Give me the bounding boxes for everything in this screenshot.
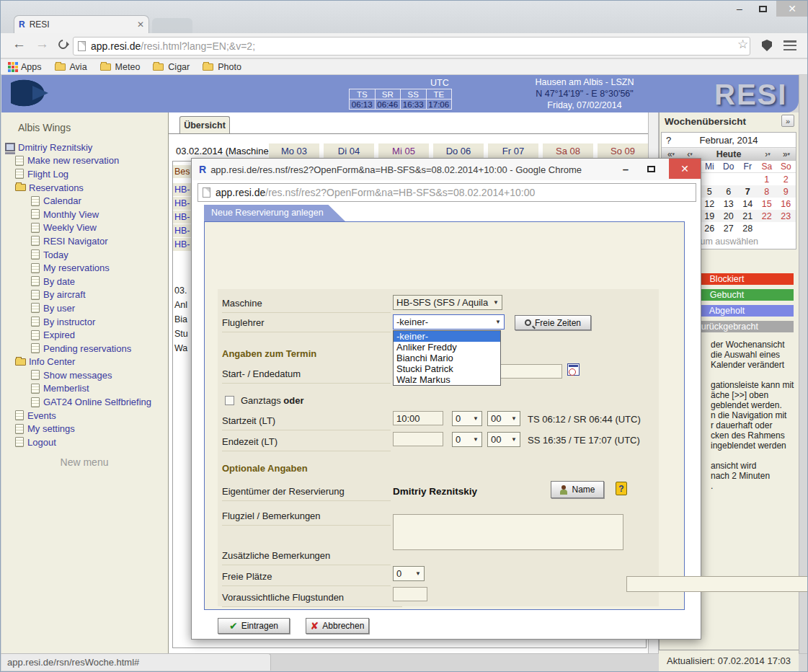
sidebar-item-info-center[interactable]: Info Center <box>5 355 167 369</box>
popup-maximize-button[interactable] <box>639 159 663 179</box>
startzeit-input[interactable] <box>393 411 443 425</box>
maschine-label: Maschine <box>222 298 391 313</box>
sidebar-item-pending-reservations[interactable]: Pending reservations <box>5 342 167 355</box>
ganztags-checkbox[interactable] <box>225 396 234 405</box>
sidebar-item-my-settings[interactable]: My settings <box>5 422 167 436</box>
back-button[interactable]: ← <box>12 36 26 52</box>
document-icon <box>31 370 40 380</box>
start-hour-select[interactable]: 0▼ <box>452 411 482 426</box>
next-month-button[interactable]: ›▾ <box>758 149 777 159</box>
window-minimize-button[interactable]: – <box>729 1 750 17</box>
owner-label: Eigentümer der Reservierung <box>222 486 391 501</box>
sidebar-item-memberlist[interactable]: Memberlist <box>5 382 167 396</box>
day-header-sa[interactable]: Sa 08 <box>543 143 593 159</box>
sidebar-item-events[interactable]: Events <box>5 409 167 423</box>
end-minute-select[interactable]: 00▼ <box>487 432 520 447</box>
help-icon[interactable]: ? <box>616 482 627 495</box>
freie-zeiten-button[interactable]: Freie Zeiten <box>515 315 591 330</box>
start-minute-select[interactable]: 00▼ <box>487 411 520 426</box>
sidebar-item-gat24[interactable]: GAT24 Online Selfbriefing <box>5 395 167 409</box>
owner-value: Dmitriy Reznitskiy <box>393 486 477 497</box>
day-header-di[interactable]: Di 04 <box>324 143 374 159</box>
today-button[interactable]: Heute <box>699 149 758 159</box>
day-header-mo[interactable]: Mo 03 <box>269 143 319 159</box>
day-header-fr[interactable]: Fr 07 <box>488 143 538 159</box>
browser-window: R RESI ✕ – ✕ ← → app.resi.de/resi.html?l… <box>0 0 808 672</box>
submit-button[interactable]: ✔Eintragen <box>218 618 290 634</box>
sidebar-item-monthly-view[interactable]: Monthly View <box>5 208 167 221</box>
day-header-mi[interactable]: Mi 05 <box>378 143 429 159</box>
sidebar-item-logout[interactable]: Logout <box>5 436 167 449</box>
sidebar-item-make-new-reservation[interactable]: Make new reservation <box>5 154 167 168</box>
maschine-select[interactable]: HB-SFS (SFS / Aquila▼ <box>393 295 502 310</box>
sidebar-item-expired[interactable]: Expired <box>5 328 167 342</box>
bookmark-folder-avia[interactable]: Avia <box>55 62 87 72</box>
calendar-help[interactable]: ? <box>662 135 682 146</box>
sidebar-item-my-reservations[interactable]: My reservations <box>5 261 167 275</box>
sidebar-user[interactable]: Dmitriy Reznitskiy <box>5 141 167 154</box>
document-icon <box>31 343 40 353</box>
flugziel-textarea[interactable] <box>393 514 623 550</box>
browser-tab[interactable]: R RESI ✕ <box>14 15 149 33</box>
utc-label: UTC <box>430 78 449 88</box>
zusatz-textarea[interactable] <box>626 576 808 592</box>
tab-uebersicht[interactable]: Übersicht <box>179 116 230 133</box>
bookmark-folder-meteo[interactable]: Meteo <box>100 62 141 72</box>
chevron-down-icon: ▼ <box>511 415 517 422</box>
window-maximize-button[interactable] <box>752 1 773 17</box>
sidebar-item-resi-navigator[interactable]: RESI Navigator <box>5 234 167 248</box>
popup-minimize-button[interactable]: – <box>613 159 638 179</box>
sun-times-table: TSSRSSTE 06:1306:4616:3317:06 <box>349 89 454 109</box>
end-hour-select[interactable]: 0▼ <box>452 432 482 447</box>
sidebar-item-reservations[interactable]: Reservations <box>5 181 167 195</box>
tab-close-icon[interactable]: ✕ <box>137 20 144 29</box>
chrome-menu-icon[interactable] <box>783 40 796 50</box>
dropdown-option[interactable]: Stucki Patrick <box>394 363 500 374</box>
club-name: Albis Wings <box>18 122 71 133</box>
aircraft-link[interactable]: HB- <box>173 238 191 251</box>
dropdown-option[interactable]: -keiner- <box>394 331 500 342</box>
sidebar-item-flight-log[interactable]: Flight Log <box>5 167 167 181</box>
chevron-down-icon: ▼ <box>493 299 499 306</box>
sidebar-item-show-messages[interactable]: Show messages <box>5 368 167 382</box>
cancel-button[interactable]: ✘Abbrechen <box>306 618 369 634</box>
bookmark-star-icon[interactable]: ☆ <box>737 37 748 52</box>
sidebar-item-by-date[interactable]: By date <box>5 275 167 288</box>
stunden-input[interactable] <box>393 587 427 601</box>
aircraft-link[interactable]: HB- <box>173 224 191 237</box>
name-button[interactable]: Name <box>551 481 604 498</box>
sidebar-item-by-aircraft[interactable]: By aircraft <box>5 288 167 302</box>
new-tab-button[interactable] <box>152 18 192 33</box>
folder-icon <box>15 184 26 191</box>
url-bar[interactable]: app.resi.de/resi.html?lang=EN;&v=2; <box>73 37 750 56</box>
popup-close-button[interactable]: ✕ <box>669 159 701 179</box>
aircraft-link[interactable]: HB- <box>173 211 191 224</box>
sidebar-item-by-instructor[interactable]: By instructor <box>5 315 167 329</box>
plaetze-select[interactable]: 0▼ <box>393 566 425 581</box>
next-year-button[interactable]: »▾ <box>777 149 796 159</box>
bookmark-folder-cigar[interactable]: Cigar <box>153 62 190 72</box>
day-header-do[interactable]: Do 06 <box>433 143 484 159</box>
sidebar-item-today[interactable]: Today <box>5 248 167 262</box>
popup-url-bar[interactable]: app.resi.de/res.nsf/res2?OpenForm&na=HB-… <box>197 183 696 202</box>
dropdown-option[interactable]: Bianchi Mario <box>394 353 500 363</box>
window-close-button[interactable]: ✕ <box>776 1 808 17</box>
sidebar-item-calendar[interactable]: Calendar <box>5 194 167 208</box>
dropdown-option[interactable]: Walz Markus <box>394 374 500 385</box>
document-icon <box>31 290 40 300</box>
sidebar-item-by-user[interactable]: By user <box>5 301 167 315</box>
forward-button[interactable]: → <box>35 36 49 52</box>
fluglehrer-dropdown[interactable]: -keiner- Anliker Freddy Bianchi Mario St… <box>393 330 501 386</box>
day-header-so[interactable]: So 09 <box>598 143 648 159</box>
aircraft-link[interactable]: HB- <box>173 197 191 210</box>
datepicker-icon[interactable] <box>567 363 580 376</box>
collapse-panel-button[interactable]: » <box>781 115 794 127</box>
fluglehrer-select[interactable]: -keiner-▼ <box>393 314 505 330</box>
endezeit-input[interactable] <box>393 432 443 446</box>
sidebar-item-weekly-view[interactable]: Weekly View <box>5 221 167 235</box>
dropdown-option[interactable]: Anliker Freddy <box>394 342 500 353</box>
document-icon <box>31 223 40 233</box>
bookmark-folder-photo[interactable]: Photo <box>203 62 241 72</box>
aircraft-link[interactable]: HB- <box>173 183 191 196</box>
bookmark-apps[interactable]: Apps <box>8 62 42 72</box>
